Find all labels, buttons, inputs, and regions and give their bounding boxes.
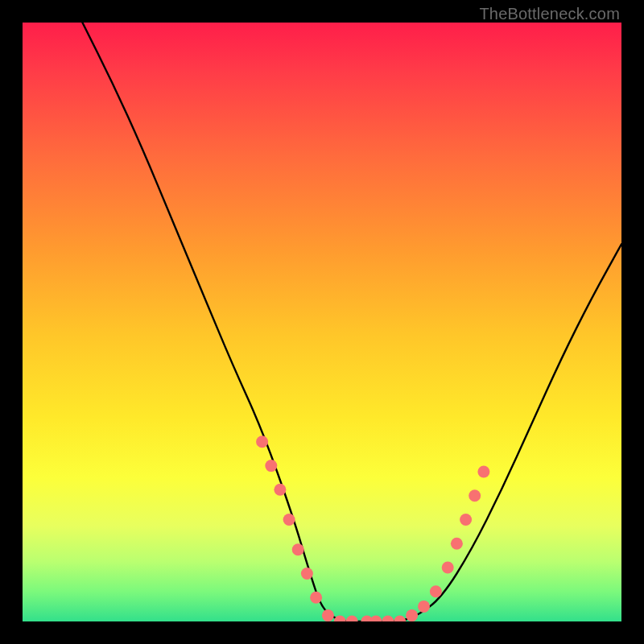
highlight-dot xyxy=(451,538,463,550)
highlight-dot xyxy=(382,616,394,622)
highlight-dot xyxy=(418,601,430,613)
highlight-dot xyxy=(283,514,295,526)
highlight-dot xyxy=(430,585,442,597)
highlight-dot xyxy=(322,609,334,621)
highlight-dot xyxy=(370,616,382,622)
highlight-dot xyxy=(256,436,268,448)
highlight-dot xyxy=(469,489,481,502)
highlight-dot xyxy=(477,466,489,478)
highlight-dot xyxy=(460,514,472,526)
chart-plot-area xyxy=(23,23,621,621)
highlight-dot xyxy=(310,592,322,604)
highlight-dot xyxy=(406,609,418,621)
highlight-dot xyxy=(301,568,313,580)
highlight-dot xyxy=(442,562,454,574)
chart-svg xyxy=(23,23,621,621)
highlight-dot xyxy=(292,543,304,555)
chart-frame: TheBottleneck.com xyxy=(0,0,644,644)
highlight-dot xyxy=(394,616,406,622)
highlight-dot xyxy=(334,616,346,622)
highlight-dot xyxy=(265,460,277,472)
highlight-dot xyxy=(346,616,358,622)
highlight-dots-group xyxy=(256,436,489,621)
bottleneck-curve xyxy=(82,23,621,621)
attribution-text: TheBottleneck.com xyxy=(479,5,620,23)
highlight-dot xyxy=(274,484,286,496)
